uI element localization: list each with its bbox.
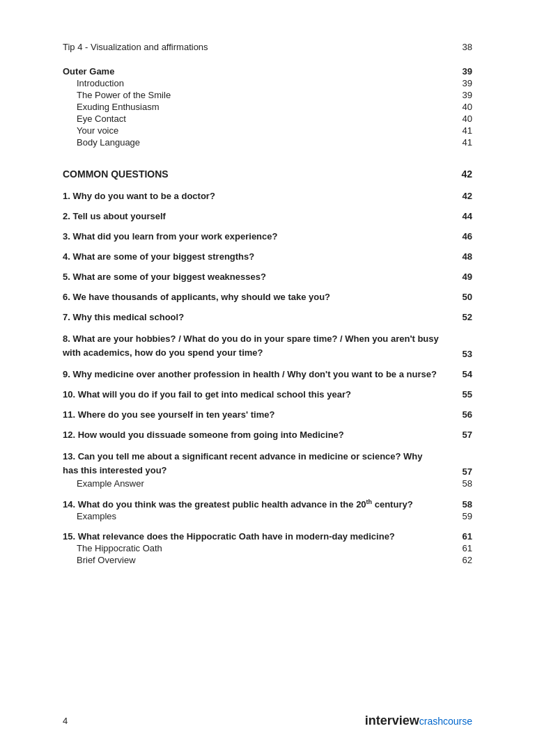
toc-title: 1. Why do you want to be a doctor? bbox=[63, 191, 451, 201]
toc-row: 5. What are some of your biggest weaknes… bbox=[63, 271, 472, 282]
toc-title: 6. We have thousands of applicants, why … bbox=[63, 292, 451, 302]
toc-page: 42 bbox=[451, 191, 472, 201]
toc-row: 9. Why medicine over another profession … bbox=[63, 369, 472, 379]
toc-row: 1. Why do you want to be a doctor? 42 bbox=[63, 191, 472, 201]
toc-row: 2. Tell us about yourself 44 bbox=[63, 211, 472, 221]
toc-page: 39 bbox=[451, 78, 472, 88]
toc-row: Body Language 41 bbox=[63, 137, 472, 148]
toc-row: Introduction 39 bbox=[63, 78, 472, 88]
toc-page: 57 bbox=[451, 430, 472, 440]
toc-page: 42 bbox=[451, 168, 472, 180]
toc-title: 2. Tell us about yourself bbox=[63, 211, 451, 221]
toc-title: 8. What are your hobbies? / What do you … bbox=[63, 332, 451, 359]
toc-title: 14. What do you think was the greatest p… bbox=[63, 498, 451, 510]
toc-title: Eye Contact bbox=[63, 113, 451, 124]
toc-page: 58 bbox=[451, 499, 472, 510]
toc-page: 61 bbox=[451, 531, 472, 542]
toc-title: COMMON QUESTIONS bbox=[63, 168, 451, 180]
toc-title: Examples bbox=[63, 511, 451, 521]
toc-title: Exuding Enthusiasm bbox=[63, 102, 451, 112]
toc-page: 41 bbox=[451, 137, 472, 148]
toc-page: 57 bbox=[451, 466, 472, 477]
toc-title: 4. What are some of your biggest strengt… bbox=[63, 251, 451, 262]
toc-title: The Hippocratic Oath bbox=[63, 543, 451, 553]
brand-logo: interviewcrashcourse bbox=[365, 714, 472, 728]
toc-page: 48 bbox=[451, 251, 472, 262]
toc-row: Examples 59 bbox=[63, 511, 472, 521]
toc-row: The Hippocratic Oath 61 bbox=[63, 543, 472, 553]
toc-page: 59 bbox=[451, 511, 472, 521]
toc-row: 7. Why this medical school? 52 bbox=[63, 312, 472, 322]
toc-row-q14: 14. What do you think was the greatest p… bbox=[63, 498, 472, 510]
toc-row: The Power of the Smile 39 bbox=[63, 90, 472, 100]
toc-page: 39 bbox=[451, 66, 472, 77]
toc-page: 58 bbox=[451, 478, 472, 489]
footer-page-number: 4 bbox=[63, 716, 68, 726]
toc-title: 10. What will you do if you fail to get … bbox=[63, 389, 451, 400]
toc-row: 10. What will you do if you fail to get … bbox=[63, 389, 472, 400]
toc-page: 56 bbox=[451, 409, 472, 420]
toc-page: 41 bbox=[451, 125, 472, 136]
toc-page: 54 bbox=[451, 369, 472, 379]
toc-row: Example Answer 58 bbox=[63, 478, 472, 489]
toc-title: Tip 4 - Visualization and affirmations bbox=[63, 42, 451, 52]
toc-row-q8: 8. What are your hobbies? / What do you … bbox=[63, 332, 472, 359]
toc-page: 46 bbox=[451, 231, 472, 242]
toc-row-q13: 13. Can you tell me about a significant … bbox=[63, 450, 472, 477]
toc-title: 13. Can you tell me about a significant … bbox=[63, 450, 439, 477]
toc-row: Tip 4 - Visualization and affirmations 3… bbox=[63, 42, 472, 52]
toc-page: 39 bbox=[451, 90, 472, 100]
toc-page: 52 bbox=[451, 312, 472, 322]
brand-main: interview bbox=[365, 714, 419, 727]
toc-page: 53 bbox=[451, 349, 472, 359]
toc-title: Brief Overview bbox=[63, 555, 451, 565]
toc-title: 11. Where do you see yourself in ten yea… bbox=[63, 409, 451, 420]
toc-row: Your voice 41 bbox=[63, 125, 472, 136]
toc-page: 55 bbox=[451, 389, 472, 400]
toc-title: Body Language bbox=[63, 137, 451, 148]
footer: 4 interviewcrashcourse bbox=[63, 714, 472, 728]
toc-row: 11. Where do you see yourself in ten yea… bbox=[63, 409, 472, 420]
toc-row-outer-game: Outer Game 39 bbox=[63, 66, 472, 77]
toc-title: Your voice bbox=[63, 125, 451, 136]
toc-row: 3. What did you learn from your work exp… bbox=[63, 231, 472, 242]
toc-row-common-questions: COMMON QUESTIONS 42 bbox=[63, 168, 472, 180]
toc-row: Exuding Enthusiasm 40 bbox=[63, 102, 472, 112]
toc-title: 5. What are some of your biggest weaknes… bbox=[63, 271, 451, 282]
toc-row: 12. How would you dissuade someone from … bbox=[63, 430, 472, 440]
toc-title: Example Answer bbox=[63, 478, 451, 489]
toc-row: Eye Contact 40 bbox=[63, 113, 472, 124]
toc-page: 62 bbox=[451, 555, 472, 565]
brand-accent: crashcourse bbox=[419, 716, 472, 727]
page: Tip 4 - Visualization and affirmations 3… bbox=[0, 0, 535, 756]
toc-row: Brief Overview 62 bbox=[63, 555, 472, 565]
toc-page: 50 bbox=[451, 292, 472, 302]
toc-page: 61 bbox=[451, 543, 472, 553]
toc-content: Tip 4 - Visualization and affirmations 3… bbox=[63, 42, 472, 565]
toc-page: 44 bbox=[451, 211, 472, 221]
toc-page: 40 bbox=[451, 102, 472, 112]
toc-title: 15. What relevance does the Hippocratic … bbox=[63, 531, 451, 542]
toc-row-q15: 15. What relevance does the Hippocratic … bbox=[63, 531, 472, 542]
toc-title: The Power of the Smile bbox=[63, 90, 451, 100]
toc-title: 3. What did you learn from your work exp… bbox=[63, 231, 451, 242]
toc-row: 6. We have thousands of applicants, why … bbox=[63, 292, 472, 302]
toc-title: Introduction bbox=[63, 78, 451, 88]
toc-page: 40 bbox=[451, 113, 472, 124]
toc-title: 12. How would you dissuade someone from … bbox=[63, 430, 451, 440]
toc-row: 4. What are some of your biggest strengt… bbox=[63, 251, 472, 262]
toc-title: Outer Game bbox=[63, 66, 451, 77]
toc-page: 49 bbox=[451, 271, 472, 282]
toc-title: 7. Why this medical school? bbox=[63, 312, 451, 322]
toc-page: 38 bbox=[451, 42, 472, 52]
toc-title: 9. Why medicine over another profession … bbox=[63, 369, 451, 379]
